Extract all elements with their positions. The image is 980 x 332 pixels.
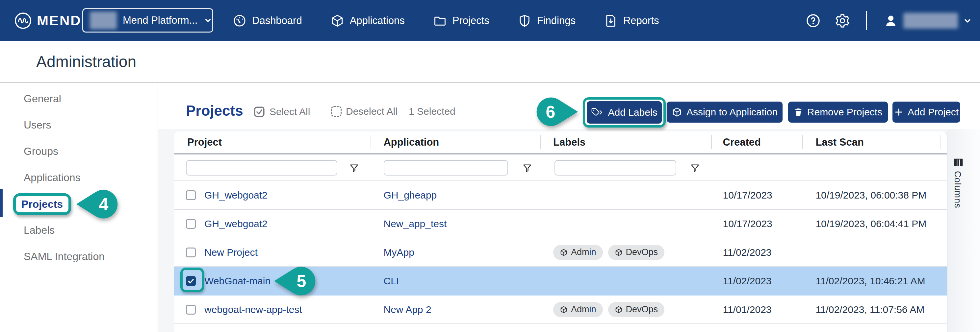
add-project-button[interactable]: Add Project (892, 101, 960, 123)
sidebar-item-groups[interactable]: Groups (0, 138, 158, 164)
created-date: 10/17/2023 (723, 218, 772, 229)
nav-item-findings[interactable]: Findings (518, 14, 576, 28)
column-separator (802, 135, 803, 149)
deselect-all-icon (331, 106, 342, 117)
admin-body: General Users Groups Applications Projec… (0, 83, 980, 332)
sidebar-item-general[interactable]: General (0, 85, 158, 112)
last-scan-date: 10/19/2023, 06:04:41 PM (815, 218, 926, 229)
project-link[interactable]: New Project (204, 247, 258, 258)
project-link[interactable]: WebGoat-main (204, 275, 270, 287)
cube-icon (671, 107, 682, 117)
nav-item-label: Reports (623, 15, 659, 27)
filter-funnel-icon[interactable] (690, 163, 700, 173)
application-link[interactable]: CLI (383, 275, 399, 287)
help-icon[interactable] (806, 13, 821, 28)
column-header-labels[interactable]: Labels (540, 131, 711, 153)
columns-tab[interactable]: Columns (947, 129, 980, 332)
nav-item-dashboard[interactable]: Dashboard (233, 14, 302, 28)
label-badge: DevOps (608, 302, 665, 317)
table-filter-row (174, 155, 947, 181)
last-scan-date: 10/19/2023, 06:00:38 PM (815, 190, 926, 201)
project-filter-input[interactable] (186, 160, 337, 175)
mend-logo-icon (14, 12, 32, 29)
main-nav: Dashboard Applications Projects (233, 0, 659, 41)
sidebar-item-applications[interactable]: Applications (0, 164, 158, 191)
chevron-down-icon[interactable] (963, 16, 972, 25)
column-separator (940, 135, 941, 149)
trash-icon (794, 107, 803, 117)
application-link[interactable]: MyApp (383, 247, 414, 258)
user-avatar-icon[interactable] (884, 13, 898, 28)
page-header: Administration (0, 41, 980, 83)
application-link[interactable]: GH_gheapp (383, 190, 437, 201)
navbar-right (806, 0, 972, 41)
application-filter-input[interactable] (384, 160, 508, 175)
gear-icon[interactable] (835, 13, 850, 28)
nav-item-label: Applications (350, 15, 405, 27)
labels-filter-input[interactable] (555, 160, 676, 175)
column-header-project[interactable]: Project (174, 131, 370, 153)
project-link[interactable]: GH_webgoat2 (204, 218, 267, 229)
select-all-button[interactable]: Select All (253, 106, 310, 118)
project-link[interactable]: webgoat-new-app-test (204, 304, 302, 315)
column-separator (540, 135, 541, 149)
column-separator (711, 135, 712, 149)
application-link[interactable]: New_app_test (383, 218, 447, 229)
table-row-selected[interactable]: WebGoat-main CLI 11/02/2023 11/02/2023, … (174, 267, 947, 296)
filter-funnel-icon[interactable] (522, 163, 532, 173)
selected-count: 1 Selected (409, 106, 455, 117)
projects-heading: Projects (186, 103, 243, 119)
column-header-last-scan[interactable]: Last Scan (802, 131, 947, 153)
annotation-highlight-checkbox (180, 267, 204, 292)
nav-item-label: Projects (452, 15, 489, 27)
navbar-divider (866, 11, 867, 30)
filter-funnel-icon[interactable] (349, 163, 359, 173)
table-row[interactable]: New Project MyApp Admin DevOps 11/02/202… (174, 238, 947, 267)
sidebar-item-labels[interactable]: Labels (0, 217, 158, 243)
table-row[interactable]: GH_webgoat2 GH_gheapp 10/17/2023 10/19/2… (174, 181, 947, 210)
nav-item-label: Dashboard (252, 15, 302, 27)
redacted-user-name (903, 13, 958, 28)
add-labels-button[interactable]: Add Labels (587, 101, 662, 123)
row-checkbox[interactable] (186, 248, 196, 258)
table-row[interactable]: GH_webgoat2 New_app_test 10/17/2023 10/1… (174, 210, 947, 238)
columns-icon (953, 158, 964, 167)
columns-tab-label: Columns (952, 171, 963, 209)
deselect-all-button[interactable]: Deselect All (331, 106, 398, 117)
created-date: 10/17/2023 (723, 190, 772, 201)
projects-main: Projects Select All Deselect All 1 Selec… (158, 83, 980, 332)
org-selector-dropdown[interactable]: Mend Platform... (82, 8, 213, 33)
last-scan-date: 11/02/2023, 10:46:21 AM (815, 275, 925, 287)
shield-icon (518, 14, 531, 28)
row-checkbox[interactable] (186, 219, 196, 229)
dashboard-gauge-icon (233, 14, 247, 28)
column-header-application[interactable]: Application (370, 131, 540, 153)
page-title: Administration (36, 41, 136, 82)
sidebar-item-users[interactable]: Users (0, 112, 158, 138)
application-link[interactable]: New App 2 (383, 304, 431, 315)
mend-logo[interactable]: MEND (14, 0, 82, 41)
nav-item-applications[interactable]: Applications (330, 14, 405, 28)
remove-projects-button[interactable]: Remove Projects (788, 101, 888, 123)
org-selector-label: Mend Platform... (123, 14, 197, 26)
nav-item-reports[interactable]: Reports (604, 14, 659, 28)
assign-to-application-button[interactable]: Assign to Application (667, 101, 783, 123)
admin-sidebar: General Users Groups Applications Projec… (0, 83, 158, 332)
plus-icon (894, 108, 903, 117)
sidebar-item-saml-integration[interactable]: SAML Integration (0, 243, 158, 270)
table-row[interactable]: webgoat-new-app-test New App 2 Admin Dev… (174, 296, 947, 324)
nav-item-projects[interactable]: Projects (433, 14, 489, 28)
label-badge: Admin (553, 245, 603, 260)
created-date: 11/02/2023 (723, 247, 772, 258)
folder-icon (433, 14, 447, 28)
row-checkbox[interactable] (186, 190, 196, 200)
project-link[interactable]: GH_webgoat2 (204, 190, 267, 201)
sidebar-item-projects-highlighted[interactable]: Projects (13, 193, 71, 215)
mend-logo-text: MEND (37, 13, 82, 28)
column-header-created[interactable]: Created (711, 131, 802, 153)
top-navbar: MEND Mend Platform... Dashboard (0, 0, 980, 41)
label-badge: DevOps (608, 245, 665, 260)
row-checkbox[interactable] (186, 305, 196, 315)
cube-icon (330, 14, 344, 28)
projects-table: Project Application Labels Created Last … (174, 131, 947, 332)
